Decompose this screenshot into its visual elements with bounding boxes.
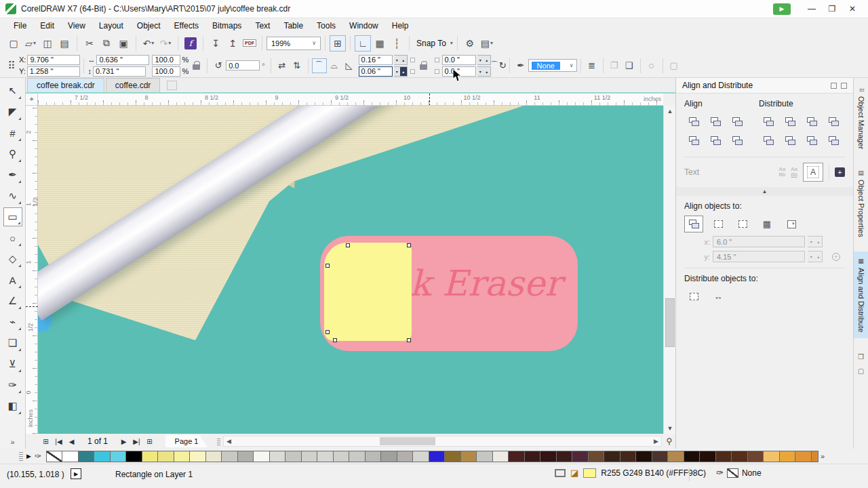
maximize-button[interactable]: ❐ [822,2,842,16]
to-front-icon[interactable]: ❐ [607,58,622,73]
palette-swatch[interactable] [253,451,270,462]
align-center-vertical-button[interactable] [706,132,725,149]
menu-item-table[interactable]: Table [277,20,310,32]
palette-swatch[interactable] [604,451,620,462]
align-x-field[interactable]: 6.0 " [713,236,805,247]
collapse-section-icon[interactable]: ▲ [676,187,853,196]
extent-of-selection-button[interactable] [684,288,703,305]
grid-button[interactable]: ▦ [757,216,776,232]
paste-icon[interactable]: ▣ [115,35,132,52]
print-icon[interactable]: ▤ [56,35,73,52]
chamfered-corner-icon[interactable]: ◺ [342,58,357,73]
polygon-tool[interactable]: ◇ [3,249,22,268]
tab-object-properties[interactable]: ▤Object Properties [854,163,868,243]
navigator-zoom-icon[interactable]: ⚲ [663,434,675,449]
palette-swatch[interactable] [731,451,748,462]
palette-swatch[interactable] [779,451,796,462]
corner-radius-top-right-field[interactable]: 0.0 " [442,55,476,65]
rectangle-tool[interactable]: ▭ [3,207,22,226]
menu-item-help[interactable]: Help [385,20,416,32]
toolbox-overflow-icon[interactable]: » [10,438,14,449]
snap-to-button[interactable]: Snap To [414,39,449,48]
menu-item-effects[interactable]: Effects [167,20,205,32]
ellipse-tool[interactable]: ○ [3,228,22,247]
menu-item-layout[interactable]: Layout [92,20,130,32]
docker-extra-icon[interactable]: ▢ [858,367,864,375]
corner-radius-bottom-left-field[interactable]: 0.06 " [359,66,393,77]
palette-swatch[interactable] [412,451,429,462]
redo-icon[interactable]: ↷▾ [157,35,174,52]
to-back-icon[interactable]: ❑ [622,58,637,73]
open-icon[interactable]: ▱▾ [22,35,39,52]
no-color-swatch[interactable] [46,451,63,462]
show-grid-icon[interactable]: ▦ [372,35,388,52]
specify-point-icon[interactable]: + [832,253,840,261]
add-page-icon[interactable]: ⊞ [39,436,52,447]
scroll-up-icon[interactable]: ▲ [664,106,676,117]
search-content-icon[interactable]: f [182,35,199,52]
active-objects-button[interactable] [684,216,703,232]
selection-node-handle[interactable] [407,338,411,342]
object-height-field[interactable]: 0.731 " [93,66,146,77]
previous-page-icon[interactable]: ◀ [65,436,78,447]
round-corner-icon[interactable]: ⌒ [312,58,327,73]
new-document-icon[interactable]: ▢ [5,35,22,52]
parallel-dimension-tool[interactable]: ∠ [3,291,22,310]
outline-none-swatch[interactable] [727,468,738,478]
show-guidelines-icon[interactable]: ┆ [389,35,405,52]
spinner-icon[interactable]: ▾▴ [394,55,408,65]
palette-swatch[interactable] [205,451,222,462]
zoom-level-select[interactable]: 199%∨ [267,37,321,50]
align-last-baseline-icon[interactable]: AaBb [791,167,797,178]
horizontal-scroll-thumb[interactable] [380,437,435,445]
palette-drag-handle[interactable] [19,451,23,461]
x-position-field[interactable]: 9.706 " [27,55,80,65]
palette-swatch[interactable] [189,451,206,462]
palette-swatch[interactable] [157,451,174,462]
distribute-center-vertical-button[interactable] [781,132,800,149]
align-bounding-box-icon[interactable]: A [803,163,823,182]
drawing-canvas[interactable]: k Eraser [38,106,663,434]
palette-eyedropper-icon[interactable]: ✑ [35,451,41,461]
palette-swatch[interactable] [94,451,111,462]
menu-item-tools[interactable]: Tools [310,20,342,32]
lock-ratio-icon[interactable] [189,58,203,73]
snap-to-caret-icon[interactable]: ▾ [450,40,453,46]
palette-swatch[interactable] [795,451,812,462]
spinner-icon[interactable]: ▾▴ [394,66,408,77]
drop-shadow-tool[interactable]: ❏ [3,333,22,352]
palette-swatch[interactable] [684,451,701,462]
palette-overflow-icon[interactable]: » [821,452,825,460]
palette-swatch[interactable] [667,451,684,462]
text-options-icon[interactable]: + [835,167,845,177]
vertical-ruler[interactable]: inches 21 1/211/20 [26,106,38,434]
palette-swatch[interactable] [78,451,95,462]
vertical-scroll-thumb[interactable] [665,298,675,347]
align-bottom-button[interactable] [728,132,747,149]
palette-swatch[interactable] [221,451,238,462]
palette-swatch[interactable] [317,451,334,462]
edit-corners-together-icon[interactable] [416,58,431,73]
distribute-left-button[interactable] [759,113,778,130]
status-flyout-icon[interactable]: ▶ [71,468,81,479]
palette-swatch[interactable] [476,451,493,462]
artistic-media-tool[interactable]: ∿ [3,186,22,205]
palette-swatch[interactable] [174,451,191,462]
spinner-icon[interactable]: ▾▴ [808,236,823,247]
outline-width-select[interactable]: None∨ [528,59,577,72]
mirror-horizontal-icon[interactable]: ⇄ [275,58,290,73]
palette-swatch[interactable] [620,451,637,462]
palette-swatch[interactable] [572,451,589,462]
first-page-icon[interactable]: |◀ [52,436,65,447]
angle-of-rotation-field[interactable]: 0.0 [226,60,260,70]
selection-node-handle[interactable] [326,330,330,334]
scale-x-field[interactable]: 100.0 [152,55,180,65]
menu-item-text[interactable]: Text [248,20,277,32]
palette-swatch[interactable] [269,451,286,462]
interactive-fill-tool[interactable]: ◧ [3,396,22,415]
menu-item-view[interactable]: View [61,20,92,32]
docker-float-icon[interactable] [831,83,837,89]
copy-icon[interactable]: ⧉ [98,35,115,52]
docker-extra-icon[interactable]: ❐ [858,353,864,361]
minimize-button[interactable]: — [802,2,822,16]
